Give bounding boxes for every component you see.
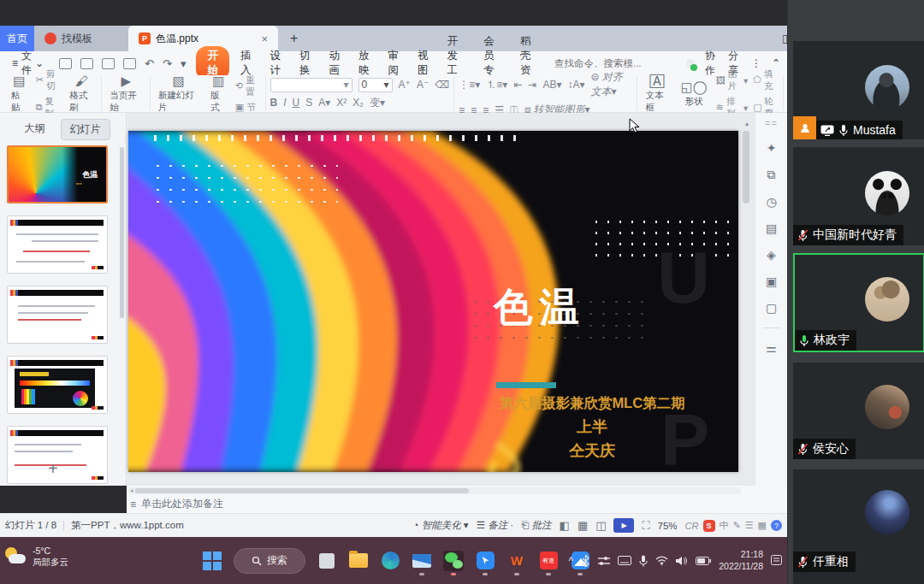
wechat-button[interactable]: [443, 551, 464, 571]
number-list-button[interactable]: ⒈≡▾: [486, 78, 507, 92]
sorter-view-icon[interactable]: ▦: [578, 519, 588, 532]
strike-button[interactable]: S: [305, 97, 312, 109]
font-color-button[interactable]: A▾: [318, 97, 330, 109]
smart-beautify-button[interactable]: ◔ 智能美化 ▾: [413, 519, 469, 532]
touch-keyboard-icon[interactable]: [618, 556, 631, 565]
ime-mode-icon[interactable]: 中: [720, 519, 729, 532]
editor-vscrollbar[interactable]: ▴: [743, 120, 751, 479]
format-painter-button[interactable]: 🖌 格式刷: [66, 74, 97, 114]
redo-icon[interactable]: ↷: [163, 57, 172, 70]
thumbnails-scrollbar[interactable]: [120, 147, 124, 318]
ime-menu-icon[interactable]: ☰: [745, 520, 754, 531]
slide-subtitle[interactable]: 第六届摄影兼欣赏MLC第二期 上半 仝天庆: [488, 394, 696, 461]
preview-icon[interactable]: [123, 58, 136, 69]
wifi-icon[interactable]: [655, 556, 668, 565]
outdent-button[interactable]: ⇤: [513, 79, 522, 91]
scroll-left-icon[interactable]: ◂: [128, 487, 135, 494]
edge-browser-button[interactable]: [380, 551, 400, 571]
help-icon[interactable]: ?: [771, 520, 782, 531]
slideshow-play-button[interactable]: ▶: [613, 518, 634, 533]
notes-toggle-button[interactable]: ☰ 备注 ·: [477, 519, 514, 532]
picture-button[interactable]: 🖼 图片▾: [716, 68, 749, 92]
notes-area[interactable]: ◂ ≡ 单击此处添加备注: [127, 486, 787, 513]
indent-button[interactable]: ⇥: [528, 79, 536, 91]
resource-box-icon[interactable]: ▢: [766, 301, 777, 315]
duplicate-window-icon[interactable]: ⧉: [767, 168, 776, 182]
tab-templates[interactable]: 找模板: [34, 26, 128, 51]
shapes-button[interactable]: ◱◯ 形状: [678, 80, 711, 108]
ime-board-icon[interactable]: ▦: [758, 520, 767, 531]
text-box-button[interactable]: 🄰 文本框: [642, 74, 672, 114]
paste-button[interactable]: ▤ 粘贴: [8, 74, 31, 114]
outline-tab[interactable]: 大纲: [16, 119, 54, 140]
participant-tile-4[interactable]: 侯安心: [793, 363, 924, 459]
slide-thumbnail-2[interactable]: [7, 215, 108, 274]
zoom-level[interactable]: 75%: [658, 521, 678, 531]
taskbar-clock[interactable]: 21:18 2022/11/28: [719, 549, 763, 572]
taskbar-search[interactable]: 搜索: [234, 548, 305, 574]
layout-button[interactable]: ▥ 版式: [207, 74, 230, 114]
scroll-up-icon[interactable]: ▴: [743, 120, 751, 127]
image-tools-icon[interactable]: ▤: [766, 221, 777, 235]
slides-tab[interactable]: 幻灯片: [61, 119, 110, 140]
vscroll-thumb[interactable]: [743, 131, 749, 204]
hscroll-thumb[interactable]: [135, 488, 469, 493]
settings-sliders-icon[interactable]: [598, 556, 610, 566]
add-slide-button[interactable]: +: [48, 459, 58, 479]
bold-button[interactable]: B: [270, 97, 278, 109]
meeting-pointer-app-button[interactable]: [475, 551, 495, 571]
play-from-current-button[interactable]: ▶ 当页开始: [106, 74, 145, 114]
file-explorer-button[interactable]: [348, 551, 369, 571]
volume-icon[interactable]: [676, 556, 688, 566]
slide-thumbnail-3[interactable]: [7, 286, 108, 344]
customize-caret-icon[interactable]: ▾: [181, 57, 187, 70]
underline-button[interactable]: U: [293, 97, 300, 109]
subscript-button[interactable]: X₂: [352, 97, 364, 109]
increase-font-icon[interactable]: A⁺: [399, 79, 411, 91]
fill-button[interactable]: ⬠ 填充: [753, 68, 779, 92]
history-clock-icon[interactable]: ◷: [766, 195, 776, 209]
notification-center-icon[interactable]: [771, 555, 784, 567]
slide-thumbnail-4[interactable]: [7, 356, 108, 414]
command-search-input[interactable]: [554, 55, 683, 72]
beautify-rocket-icon[interactable]: ✦: [767, 141, 777, 155]
mail-app-button[interactable]: [412, 551, 432, 571]
clear-format-icon[interactable]: ⌫: [435, 79, 449, 91]
print-icon[interactable]: [102, 58, 115, 69]
coin-idea-icon[interactable]: ◈: [767, 248, 776, 262]
cut-button[interactable]: ✂ 剪切: [36, 68, 62, 92]
comments-button[interactable]: ⎗ 批注: [521, 519, 551, 532]
editor-hscrollbar[interactable]: ◂: [128, 487, 741, 494]
start-button[interactable]: [202, 551, 222, 571]
text-direction-button[interactable]: AB▾: [542, 79, 561, 91]
youdao-dict-button[interactable]: 有道: [538, 551, 559, 571]
participant-tile-5[interactable]: 仟重相: [793, 469, 924, 584]
decrease-font-icon[interactable]: A⁻: [417, 79, 429, 91]
reference-book-icon[interactable]: ▣: [766, 274, 777, 288]
tab-close-icon[interactable]: ×: [261, 32, 268, 45]
wps-office-button[interactable]: W: [506, 551, 527, 571]
line-spacing-button[interactable]: ↕A▾: [567, 79, 584, 91]
fit-screen-icon[interactable]: ⛶: [642, 519, 649, 533]
bullet-list-button[interactable]: ⋮≡▾: [459, 79, 480, 91]
hidden-icons-chevron[interactable]: ^: [569, 555, 574, 567]
align-text-button[interactable]: ⊜ 对齐文本▾: [590, 70, 632, 99]
italic-button[interactable]: I: [283, 97, 286, 109]
tab-home[interactable]: 首页: [0, 26, 34, 51]
participant-tile-mustafa[interactable]: Mustafa: [793, 41, 924, 139]
save-icon[interactable]: [59, 58, 72, 69]
superscript-button[interactable]: X²: [336, 97, 346, 109]
drag-handle-icon[interactable]: ==: [765, 118, 778, 128]
undo-icon[interactable]: ↶: [145, 57, 154, 70]
slide-thumbnail-1[interactable]: 色温 ●●●: [7, 145, 108, 204]
slide-canvas[interactable]: U P 色温 第六届摄影兼欣赏MLC第二期 上半 仝天庆: [128, 131, 738, 472]
bluetooth-icon[interactable]: [581, 555, 590, 567]
ime-pen-icon[interactable]: ✎: [733, 520, 741, 531]
task-view-button[interactable]: [317, 551, 337, 571]
reading-view-icon[interactable]: ◫: [595, 519, 606, 532]
slide-title[interactable]: 色温: [494, 281, 690, 334]
taskbar-weather-widget[interactable]: -5°C 局部多云: [5, 546, 68, 568]
font-name-select[interactable]: ▾: [270, 78, 352, 92]
battery-icon[interactable]: [696, 557, 711, 565]
settings-slider-icon[interactable]: ⚌: [766, 341, 777, 355]
